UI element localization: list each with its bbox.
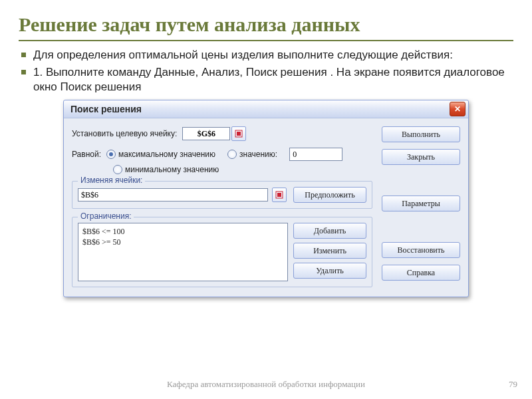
changing-cells-input[interactable]: [78, 188, 268, 201]
radio-value-label: значению:: [239, 150, 277, 159]
radio-dot-icon: [113, 165, 122, 174]
constraints-group: Ограничения: $B$6 <= 100 $B$6 >= 50 Доба…: [72, 217, 372, 287]
ref-picker-button[interactable]: [272, 188, 287, 202]
value-input[interactable]: [289, 148, 342, 161]
constraints-list[interactable]: $B$6 <= 100 $B$6 >= 50: [78, 223, 288, 281]
svg-rect-3: [277, 193, 281, 197]
close-icon: ✕: [454, 104, 461, 114]
equal-label: Равной:: [72, 150, 101, 159]
parameters-button[interactable]: Параметры: [382, 196, 460, 211]
slide-footer: Кафедра автоматизированной обработки инф…: [0, 379, 532, 390]
dialog-title: Поиск решения: [70, 104, 142, 114]
ref-picker-icon: [235, 130, 243, 138]
constraint-item[interactable]: $B$6 <= 100: [82, 226, 283, 237]
constraints-title: Ограничения:: [78, 211, 134, 221]
bullet-item: Для определения оптимальной цены изделия…: [19, 48, 513, 63]
svg-rect-1: [237, 132, 241, 136]
title-rule: [19, 40, 513, 41]
dialog-titlebar[interactable]: Поиск решения ✕: [64, 100, 468, 118]
ref-picker-icon: [275, 191, 283, 199]
close-dialog-button[interactable]: Закрыть: [382, 149, 460, 165]
slide-title: Решение задач путем анализа данных: [19, 13, 513, 36]
ref-picker-button[interactable]: [231, 126, 246, 141]
radio-dot-icon: [227, 150, 237, 159]
help-button[interactable]: Справка: [382, 265, 460, 281]
bullet-list: Для определения оптимальной цены изделия…: [19, 48, 513, 94]
radio-value[interactable]: значению:: [227, 150, 277, 159]
solver-dialog: Поиск решения ✕ Установить целевую ячейк…: [63, 100, 469, 297]
radio-max[interactable]: максимальному значению: [106, 150, 215, 159]
page-number: 79: [509, 379, 517, 390]
delete-constraint-button[interactable]: Удалить: [293, 263, 366, 279]
changing-cells-title: Изменяя ячейки:: [78, 176, 145, 185]
guess-button[interactable]: Предположить: [293, 187, 366, 203]
bullet-item: 1. Выполните команду Данные, Анализ, Пои…: [19, 65, 513, 94]
run-button[interactable]: Выполнить: [382, 126, 460, 142]
radio-max-label: максимальному значению: [118, 150, 215, 159]
constraint-item[interactable]: $B$6 >= 50: [82, 237, 283, 247]
change-constraint-button[interactable]: Изменить: [293, 243, 366, 259]
radio-dot-icon: [106, 150, 116, 159]
radio-min[interactable]: минимальному значению: [113, 165, 219, 174]
close-button[interactable]: ✕: [450, 102, 466, 116]
target-cell-label: Установить целевую ячейку:: [72, 129, 177, 138]
target-cell-input[interactable]: [182, 127, 230, 140]
radio-min-label: минимальному значению: [125, 165, 219, 174]
add-constraint-button[interactable]: Добавить: [293, 223, 366, 239]
restore-button[interactable]: Восстановить: [382, 242, 460, 258]
changing-cells-group: Изменяя ячейки: Предположить: [72, 181, 372, 209]
